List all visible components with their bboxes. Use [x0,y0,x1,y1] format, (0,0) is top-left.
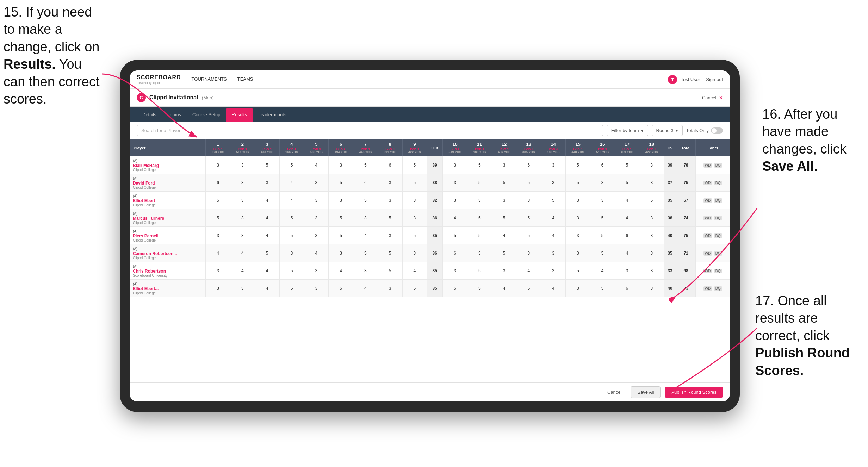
signout-link[interactable]: Sign out [706,77,723,82]
player-4-hole-7[interactable]: 4 [353,227,378,244]
player-1-hole-1[interactable]: 6 [206,174,230,192]
player-7-hole-11[interactable]: 5 [467,280,492,297]
player-0-hole-6[interactable]: 3 [329,156,353,174]
player-6-hole-17[interactable]: 3 [615,262,639,280]
player-0-hole-10[interactable]: 3 [443,156,467,174]
toggle-switch[interactable] [711,127,723,134]
player-7-hole-14[interactable]: 4 [541,280,566,297]
player-3-hole-18[interactable]: 3 [639,209,664,227]
player-5-hole-10[interactable]: 6 [443,244,467,262]
player-4-hole-14[interactable]: 4 [541,227,566,244]
tab-leaderboards[interactable]: Leaderboards [253,108,292,122]
player-6-hole-8[interactable]: 5 [378,262,402,280]
player-7-hole-12[interactable]: 4 [492,280,516,297]
player-7-hole-1[interactable]: 3 [206,280,230,297]
player-0-hole-18[interactable]: 3 [639,156,664,174]
player-2-hole-5[interactable]: 3 [304,192,329,209]
player-3-hole-16[interactable]: 5 [590,209,615,227]
player-5-hole-13[interactable]: 3 [516,244,541,262]
player-3-hole-9[interactable]: 3 [402,209,427,227]
tab-teams[interactable]: Teams [162,108,187,122]
player-1-hole-13[interactable]: 5 [516,174,541,192]
player-5-hole-1[interactable]: 4 [206,244,230,262]
player-3-hole-12[interactable]: 5 [492,209,516,227]
player-6-hole-9[interactable]: 4 [402,262,427,280]
player-0-hole-17[interactable]: 5 [615,156,639,174]
player-3-hole-17[interactable]: 4 [615,209,639,227]
player-5-hole-18[interactable]: 3 [639,244,664,262]
player-7-hole-15[interactable]: 3 [566,280,590,297]
round-selector-button[interactable]: Round 3 ▾ [652,125,683,136]
player-3-hole-14[interactable]: 4 [541,209,566,227]
player-0-hole-12[interactable]: 3 [492,156,516,174]
player-2-hole-1[interactable]: 5 [206,192,230,209]
player-0-hole-7[interactable]: 5 [353,156,378,174]
player-7-hole-13[interactable]: 5 [516,280,541,297]
player-2-hole-11[interactable]: 3 [467,192,492,209]
player-5-hole-11[interactable]: 3 [467,244,492,262]
player-6-hole-4[interactable]: 5 [279,262,304,280]
player-7-hole-17[interactable]: 6 [615,280,639,297]
player-6-hole-15[interactable]: 5 [566,262,590,280]
save-all-button[interactable]: Save All [631,386,661,398]
player-7-hole-4[interactable]: 5 [279,280,304,297]
player-4-hole-6[interactable]: 5 [329,227,353,244]
player-0-hole-14[interactable]: 3 [541,156,566,174]
player-1-hole-4[interactable]: 4 [279,174,304,192]
player-0-hole-13[interactable]: 6 [516,156,541,174]
player-4-hole-4[interactable]: 5 [279,227,304,244]
player-1-hole-10[interactable]: 3 [443,174,467,192]
player-2-hole-3[interactable]: 4 [255,192,279,209]
nav-link-tournaments[interactable]: TOURNAMENTS [192,76,227,82]
player-1-hole-6[interactable]: 5 [329,174,353,192]
player-5-hole-8[interactable]: 5 [378,244,402,262]
player-5-hole-4[interactable]: 3 [279,244,304,262]
player-7-hole-8[interactable]: 3 [378,280,402,297]
player-1-hole-8[interactable]: 3 [378,174,402,192]
player-0-hole-16[interactable]: 6 [590,156,615,174]
player-4-hole-11[interactable]: 5 [467,227,492,244]
player-2-hole-8[interactable]: 3 [378,192,402,209]
player-0-hole-1[interactable]: 3 [206,156,230,174]
player-2-hole-16[interactable]: 3 [590,192,615,209]
player-3-hole-11[interactable]: 5 [467,209,492,227]
player-7-hole-6[interactable]: 5 [329,280,353,297]
player-5-hole-15[interactable]: 3 [566,244,590,262]
player-6-hole-14[interactable]: 3 [541,262,566,280]
player-1-hole-18[interactable]: 3 [639,174,664,192]
player-4-hole-5[interactable]: 3 [304,227,329,244]
player-5-hole-17[interactable]: 4 [615,244,639,262]
player-1-hole-5[interactable]: 3 [304,174,329,192]
player-4-hole-3[interactable]: 4 [255,227,279,244]
player-4-hole-13[interactable]: 5 [516,227,541,244]
player-5-hole-12[interactable]: 5 [492,244,516,262]
player-6-hole-18[interactable]: 3 [639,262,664,280]
cancel-action-button[interactable]: Cancel [602,387,626,398]
player-2-hole-15[interactable]: 3 [566,192,590,209]
player-6-hole-6[interactable]: 4 [329,262,353,280]
player-7-hole-3[interactable]: 4 [255,280,279,297]
player-1-hole-3[interactable]: 3 [255,174,279,192]
player-0-hole-2[interactable]: 3 [230,156,255,174]
publish-round-scores-button[interactable]: Publish Round Scores [665,387,723,398]
player-4-hole-9[interactable]: 5 [402,227,427,244]
player-3-hole-15[interactable]: 3 [566,209,590,227]
player-6-hole-7[interactable]: 3 [353,262,378,280]
player-1-hole-15[interactable]: 5 [566,174,590,192]
player-4-hole-17[interactable]: 6 [615,227,639,244]
player-4-hole-12[interactable]: 4 [492,227,516,244]
player-2-hole-9[interactable]: 3 [402,192,427,209]
player-7-hole-5[interactable]: 3 [304,280,329,297]
player-0-hole-8[interactable]: 6 [378,156,402,174]
player-0-hole-5[interactable]: 4 [304,156,329,174]
player-2-hole-6[interactable]: 3 [329,192,353,209]
player-7-hole-10[interactable]: 5 [443,280,467,297]
player-2-hole-17[interactable]: 4 [615,192,639,209]
player-5-hole-7[interactable]: 5 [353,244,378,262]
player-1-hole-11[interactable]: 5 [467,174,492,192]
player-0-hole-4[interactable]: 5 [279,156,304,174]
player-6-hole-3[interactable]: 4 [255,262,279,280]
player-7-hole-9[interactable]: 5 [402,280,427,297]
player-3-hole-5[interactable]: 3 [304,209,329,227]
player-1-hole-16[interactable]: 3 [590,174,615,192]
